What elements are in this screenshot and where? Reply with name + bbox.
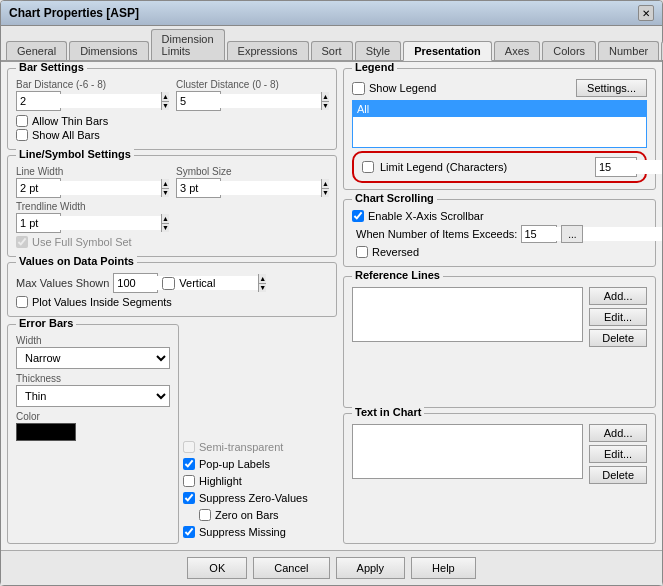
- legend-listbox[interactable]: All: [352, 100, 647, 148]
- tab-general[interactable]: General: [6, 41, 67, 60]
- apply-button[interactable]: Apply: [336, 557, 406, 579]
- show-all-bars-checkbox[interactable]: [16, 129, 28, 141]
- cluster-distance-col: Cluster Distance (0 - 8) ▲ ▼: [176, 79, 328, 111]
- legend-listbox-item-all[interactable]: All: [353, 101, 646, 117]
- reference-add-button[interactable]: Add...: [589, 287, 647, 305]
- error-bars-group: Error Bars Width Narrow Thickness Thin C…: [7, 324, 179, 544]
- tab-axes[interactable]: Axes: [494, 41, 540, 60]
- max-values-label: Max Values Shown: [16, 277, 109, 289]
- show-legend-checkbox[interactable]: [352, 82, 365, 95]
- cancel-button[interactable]: Cancel: [253, 557, 329, 579]
- thickness-dropdown[interactable]: Thin: [16, 385, 170, 407]
- zero-on-bars-checkbox[interactable]: [199, 509, 211, 521]
- legend-settings-button[interactable]: Settings...: [576, 79, 647, 97]
- symbol-size-down[interactable]: ▼: [322, 189, 329, 198]
- plot-values-checkbox[interactable]: [16, 296, 28, 308]
- right-checkboxes-col: Semi-transparent Pop-up Labels Highlight…: [183, 324, 337, 544]
- cluster-distance-down[interactable]: ▼: [322, 102, 329, 111]
- trendline-width-input[interactable]: [17, 216, 161, 230]
- plot-values-label: Plot Values Inside Segments: [32, 296, 172, 308]
- symbol-size-spin[interactable]: ▲ ▼: [176, 178, 221, 198]
- bar-distance-down[interactable]: ▼: [162, 102, 169, 111]
- max-values-up[interactable]: ▲: [259, 274, 266, 284]
- bar-distance-spin[interactable]: ▲ ▼: [16, 91, 61, 111]
- limit-legend-checkbox[interactable]: [362, 161, 374, 173]
- highlight-row: Highlight: [183, 475, 337, 487]
- text-edit-button[interactable]: Edit...: [589, 445, 647, 463]
- highlight-checkbox[interactable]: [183, 475, 195, 487]
- enable-scrollbar-checkbox[interactable]: [352, 210, 364, 222]
- cluster-distance-arrows: ▲ ▼: [321, 92, 329, 110]
- vertical-checkbox[interactable]: [162, 277, 175, 290]
- line-symbol-title: Line/Symbol Settings: [16, 148, 134, 160]
- text-in-chart-area: [352, 424, 583, 479]
- limit-legend-input[interactable]: [596, 160, 662, 174]
- bar-settings-title: Bar Settings: [16, 62, 87, 73]
- when-exceeds-spin[interactable]: ▲ ▼: [521, 225, 557, 243]
- right-panel: Legend Show Legend Settings... All Limit…: [343, 68, 656, 544]
- tab-colors[interactable]: Colors: [542, 41, 596, 60]
- semi-transparent-checkbox[interactable]: [183, 441, 195, 453]
- zero-on-bars-row: Zero on Bars: [199, 509, 337, 521]
- cluster-distance-spin[interactable]: ▲ ▼: [176, 91, 221, 111]
- reversed-checkbox[interactable]: [356, 246, 368, 258]
- reversed-label: Reversed: [372, 246, 419, 258]
- line-width-input[interactable]: [17, 181, 161, 195]
- tab-number[interactable]: Number: [598, 41, 659, 60]
- bar-distance-up[interactable]: ▲: [162, 92, 169, 102]
- tab-style[interactable]: Style: [355, 41, 401, 60]
- cluster-distance-input[interactable]: [177, 94, 321, 108]
- text-add-button[interactable]: Add...: [589, 424, 647, 442]
- line-width-down[interactable]: ▼: [162, 189, 169, 198]
- width-dropdown[interactable]: Narrow: [16, 347, 170, 369]
- trendline-width-up[interactable]: ▲: [162, 214, 169, 224]
- bar-distance-input[interactable]: [17, 94, 161, 108]
- max-values-spin[interactable]: ▲ ▼: [113, 273, 158, 293]
- ok-button[interactable]: OK: [187, 557, 247, 579]
- text-in-chart-title: Text in Chart: [352, 406, 424, 418]
- close-button[interactable]: ✕: [638, 5, 654, 21]
- tab-dimensions[interactable]: Dimensions: [69, 41, 148, 60]
- allow-thin-bars-checkbox[interactable]: [16, 115, 28, 127]
- trendline-width-spin[interactable]: ▲ ▼: [16, 213, 61, 233]
- line-width-spin[interactable]: ▲ ▼: [16, 178, 61, 198]
- reference-lines-group: Reference Lines Add... Edit... Delete: [343, 276, 656, 408]
- show-all-bars-label: Show All Bars: [32, 129, 100, 141]
- title-bar: Chart Properties [ASP] ✕: [1, 1, 662, 26]
- color-swatch[interactable]: [16, 423, 76, 441]
- suppress-missing-label: Suppress Missing: [199, 526, 286, 538]
- symbol-size-input[interactable]: [177, 181, 321, 195]
- text-delete-button[interactable]: Delete: [589, 466, 647, 484]
- tab-presentation[interactable]: Presentation: [403, 41, 492, 61]
- bar-distance-label: Bar Distance (-6 - 8): [16, 79, 168, 90]
- popup-labels-checkbox[interactable]: [183, 458, 195, 470]
- symbol-size-up[interactable]: ▲: [322, 179, 329, 189]
- error-bars-title: Error Bars: [16, 317, 76, 329]
- suppress-zero-checkbox[interactable]: [183, 492, 195, 504]
- text-in-chart-buttons: Add... Edit... Delete: [589, 424, 647, 479]
- suppress-zero-row: Suppress Zero-Values: [183, 492, 337, 504]
- tab-sort[interactable]: Sort: [311, 41, 353, 60]
- help-button[interactable]: Help: [411, 557, 476, 579]
- reference-edit-button[interactable]: Edit...: [589, 308, 647, 326]
- cluster-distance-up[interactable]: ▲: [322, 92, 329, 102]
- width-label: Width: [16, 335, 170, 346]
- line-symbol-cols: Line Width ▲ ▼ Symbol Size: [16, 166, 328, 198]
- tab-expressions[interactable]: Expressions: [227, 41, 309, 60]
- tab-dimension-limits[interactable]: Dimension Limits: [151, 29, 225, 60]
- when-exceeds-dot-btn[interactable]: ...: [561, 225, 583, 243]
- when-exceeds-input[interactable]: [522, 227, 662, 241]
- chart-scrolling-group: Chart Scrolling Enable X-Axis Scrollbar …: [343, 199, 656, 267]
- legend-title: Legend: [352, 62, 397, 73]
- use-full-symbol-checkbox[interactable]: [16, 236, 28, 248]
- limit-legend-spin[interactable]: ▲ ▼: [595, 157, 637, 177]
- trendline-width-arrows: ▲ ▼: [161, 214, 169, 232]
- max-values-down[interactable]: ▼: [259, 284, 266, 293]
- reference-delete-button[interactable]: Delete: [589, 329, 647, 347]
- trendline-width-row: Trendline Width ▲ ▼: [16, 201, 328, 233]
- suppress-missing-checkbox[interactable]: [183, 526, 195, 538]
- trendline-width-down[interactable]: ▼: [162, 224, 169, 233]
- line-width-up[interactable]: ▲: [162, 179, 169, 189]
- trendline-width-label: Trendline Width: [16, 201, 86, 212]
- line-width-col: Line Width ▲ ▼: [16, 166, 168, 198]
